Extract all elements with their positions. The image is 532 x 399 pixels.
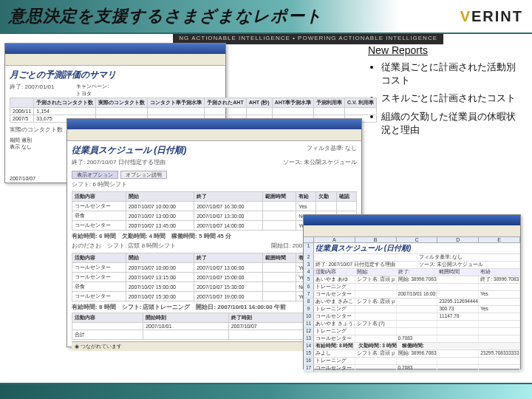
source-line: ソース: 未公開スケジュール xyxy=(283,158,357,166)
col-header xyxy=(10,98,34,107)
page-title: 意思決定を支援するさまざまなレポート xyxy=(9,5,323,27)
side-heading: New Reports xyxy=(368,44,523,56)
brand-rest: ERINT xyxy=(471,8,523,24)
table-row[interactable]: 2006/111,154 xyxy=(10,107,377,115)
list-item: スキルごとに計画されたコスト xyxy=(381,92,523,105)
date-line: 終了: 2007/10/07 日付指定する理由 xyxy=(72,158,166,166)
campaign-block: キャンペーン: トヨタ xyxy=(76,83,109,98)
segment-label: シフト: 6 時間シフト xyxy=(72,180,357,188)
excel-window-schedule[interactable]: ABCDE 1従業員スケジュール (日付順) 2フィルタ基準: なし 3終了: … xyxy=(303,214,521,369)
col-header: C.V. 利用率 xyxy=(345,98,377,107)
col-header: コンタクト率予測水準 xyxy=(148,98,205,107)
titlebar[interactable] xyxy=(5,44,225,54)
sheet-title: 従業員スケジュール (日付順) xyxy=(314,243,520,253)
tab-active[interactable]: 表示オプション xyxy=(72,171,118,179)
browser-toolbar[interactable] xyxy=(5,54,225,66)
col-header: AHT率予測水準 xyxy=(272,98,313,107)
list-item: 組織の欠勤した従業員の休暇状況と理由 xyxy=(381,110,523,137)
table-row[interactable]: コールセンター2007/10/07 10:00:002007/10/07 16:… xyxy=(72,202,357,211)
report-title: 月ごとの予測評価のサマリ xyxy=(10,69,221,81)
column-headers: ABCDE xyxy=(304,237,520,243)
footer-date: 2007/10/07 xyxy=(10,176,35,181)
col-header: 予測されたAHT xyxy=(205,98,246,107)
titlebar-text xyxy=(70,121,72,128)
segment-label: おのださお シフト: 店頭 8 時間シフト xyxy=(72,242,176,250)
col-header: 予測されたコンタクト数 xyxy=(34,98,96,107)
titlebar-text xyxy=(8,46,10,52)
report-title: 従業員スケジュール (日付順) xyxy=(72,144,186,157)
tab[interactable]: オプション説明 xyxy=(120,171,167,179)
titlebar[interactable] xyxy=(304,215,520,225)
brand-logo: VERINT xyxy=(460,8,523,25)
brand-accent: V xyxy=(460,8,471,24)
col-header: 予測利用率 xyxy=(314,98,345,107)
header-bar: 意思決定を支援するさまざまなレポート VERINT xyxy=(0,0,532,34)
status-icon: ◉ xyxy=(75,344,79,349)
browser-toolbar[interactable] xyxy=(67,129,361,141)
side-list: New Reports 従業員ごとに計画された活動別コスト スキルごとに計画され… xyxy=(368,44,523,141)
titlebar[interactable] xyxy=(67,119,361,129)
col-header: 実際のコンタクト数 xyxy=(96,98,148,107)
footer-strip xyxy=(0,383,532,399)
summary-line: 有給時間: 8 時間 欠勤時間: 3 時間 稼働時間: xyxy=(314,343,520,349)
side-items: 従業員ごとに計画された活動別コスト スキルごとに計画されたコスト 組織の欠勤した… xyxy=(381,61,523,137)
col-header: AHT (秒) xyxy=(246,98,272,107)
filter-label: フィルタ基準: なし xyxy=(307,144,357,155)
excel-toolbar[interactable] xyxy=(304,225,520,237)
titlebar-text xyxy=(307,217,308,224)
spreadsheet-body[interactable]: 1従業員スケジュール (日付順) 2フィルタ基準: なし 3終了: 2007/1… xyxy=(304,243,520,372)
list-item: 従業員ごとに計画された活動別コスト xyxy=(381,61,523,87)
sheet-title-cont xyxy=(314,254,417,261)
report-date: 終了: 2007/01/01 xyxy=(10,83,54,95)
